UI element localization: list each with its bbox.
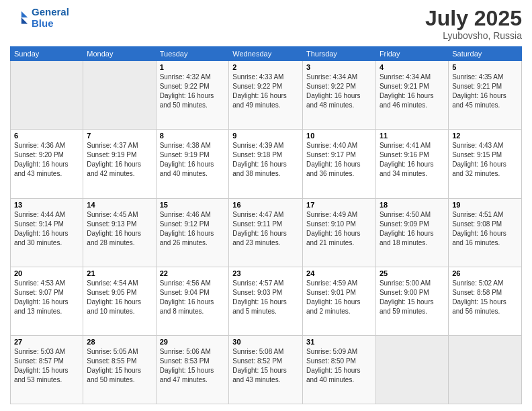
day-cell: 27 Sunrise: 5:03 AMSunset: 8:57 PMDaylig… xyxy=(11,335,83,404)
day-cell xyxy=(449,335,522,404)
day-cell: 8 Sunrise: 4:38 AMSunset: 9:19 PMDayligh… xyxy=(156,130,229,198)
day-detail: Sunrise: 4:49 AMSunset: 9:10 PMDaylight:… xyxy=(306,210,372,248)
title-block: July 2025 Lyubovsho, Russia xyxy=(425,7,522,41)
day-cell: 19 Sunrise: 4:51 AMSunset: 9:08 PMDaylig… xyxy=(449,198,522,267)
day-detail: Sunrise: 4:40 AMSunset: 9:17 PMDaylight:… xyxy=(306,141,372,179)
day-cell: 30 Sunrise: 5:08 AMSunset: 8:52 PMDaylig… xyxy=(229,335,303,404)
day-cell: 18 Sunrise: 4:50 AMSunset: 9:09 PMDaylig… xyxy=(375,198,448,267)
day-cell: 10 Sunrise: 4:40 AMSunset: 9:17 PMDaylig… xyxy=(303,130,376,198)
day-number: 22 xyxy=(160,269,226,277)
day-number: 23 xyxy=(232,269,299,277)
day-detail: Sunrise: 4:53 AMSunset: 9:07 PMDaylight:… xyxy=(14,279,79,316)
header-cell-friday: Friday xyxy=(375,47,448,61)
week-row-1: 1 Sunrise: 4:32 AMSunset: 9:22 PMDayligh… xyxy=(11,61,522,130)
header-cell-monday: Monday xyxy=(83,47,156,61)
day-number: 20 xyxy=(14,269,79,277)
day-cell: 20 Sunrise: 4:53 AMSunset: 9:07 PMDaylig… xyxy=(11,267,83,335)
day-number: 29 xyxy=(160,338,226,346)
day-detail: Sunrise: 4:50 AMSunset: 9:09 PMDaylight:… xyxy=(380,210,445,248)
day-cell xyxy=(11,61,83,130)
week-row-3: 13 Sunrise: 4:44 AMSunset: 9:14 PMDaylig… xyxy=(11,198,522,267)
day-cell xyxy=(375,335,448,404)
day-number: 21 xyxy=(87,269,152,277)
logo: General Blue xyxy=(10,7,69,29)
day-number: 16 xyxy=(232,201,299,209)
day-cell: 17 Sunrise: 4:49 AMSunset: 9:10 PMDaylig… xyxy=(303,198,376,267)
day-cell: 3 Sunrise: 4:34 AMSunset: 9:22 PMDayligh… xyxy=(303,61,376,130)
day-detail: Sunrise: 5:09 AMSunset: 8:50 PMDaylight:… xyxy=(306,347,372,385)
week-row-5: 27 Sunrise: 5:03 AMSunset: 8:57 PMDaylig… xyxy=(11,335,522,404)
day-detail: Sunrise: 5:03 AMSunset: 8:57 PMDaylight:… xyxy=(14,347,79,385)
day-number: 12 xyxy=(452,132,518,140)
page: General Blue July 2025 Lyubovsho, Russia… xyxy=(0,0,532,411)
day-number: 8 xyxy=(160,132,226,140)
day-cell: 26 Sunrise: 5:02 AMSunset: 8:58 PMDaylig… xyxy=(449,267,522,335)
day-number: 26 xyxy=(452,269,518,277)
day-detail: Sunrise: 4:34 AMSunset: 9:22 PMDaylight:… xyxy=(306,73,372,110)
day-cell: 24 Sunrise: 4:59 AMSunset: 9:01 PMDaylig… xyxy=(303,267,376,335)
day-number: 1 xyxy=(160,63,226,71)
day-number: 15 xyxy=(160,201,226,209)
day-number: 18 xyxy=(380,201,445,209)
day-detail: Sunrise: 4:39 AMSunset: 9:18 PMDaylight:… xyxy=(232,141,299,179)
day-number: 10 xyxy=(306,132,372,140)
day-number: 13 xyxy=(14,201,79,209)
day-cell: 23 Sunrise: 4:57 AMSunset: 9:03 PMDaylig… xyxy=(229,267,303,335)
day-number: 11 xyxy=(380,132,445,140)
day-number: 7 xyxy=(87,132,152,140)
day-cell: 29 Sunrise: 5:06 AMSunset: 8:53 PMDaylig… xyxy=(156,335,229,404)
day-detail: Sunrise: 4:47 AMSunset: 9:11 PMDaylight:… xyxy=(232,210,299,248)
header-cell-tuesday: Tuesday xyxy=(156,47,229,61)
day-cell: 12 Sunrise: 4:43 AMSunset: 9:15 PMDaylig… xyxy=(449,130,522,198)
day-cell: 5 Sunrise: 4:35 AMSunset: 9:21 PMDayligh… xyxy=(449,61,522,130)
header-cell-thursday: Thursday xyxy=(303,47,376,61)
day-detail: Sunrise: 5:02 AMSunset: 8:58 PMDaylight:… xyxy=(452,279,518,316)
day-number: 25 xyxy=(380,269,445,277)
day-number: 28 xyxy=(87,338,152,346)
day-number: 4 xyxy=(380,63,445,71)
day-number: 31 xyxy=(306,338,372,346)
day-detail: Sunrise: 4:34 AMSunset: 9:21 PMDaylight:… xyxy=(380,73,445,110)
day-number: 24 xyxy=(306,269,372,277)
day-number: 30 xyxy=(232,338,299,346)
day-cell: 25 Sunrise: 5:00 AMSunset: 9:00 PMDaylig… xyxy=(375,267,448,335)
day-cell: 7 Sunrise: 4:37 AMSunset: 9:19 PMDayligh… xyxy=(83,130,156,198)
day-detail: Sunrise: 5:08 AMSunset: 8:52 PMDaylight:… xyxy=(232,347,299,385)
day-detail: Sunrise: 4:35 AMSunset: 9:21 PMDaylight:… xyxy=(452,73,518,110)
day-detail: Sunrise: 5:06 AMSunset: 8:53 PMDaylight:… xyxy=(160,347,226,385)
svg-marker-1 xyxy=(21,17,28,24)
header-row: SundayMondayTuesdayWednesdayThursdayFrid… xyxy=(11,47,522,61)
day-cell: 31 Sunrise: 5:09 AMSunset: 8:50 PMDaylig… xyxy=(303,335,376,404)
day-number: 9 xyxy=(232,132,299,140)
day-detail: Sunrise: 4:51 AMSunset: 9:08 PMDaylight:… xyxy=(452,210,518,248)
svg-marker-0 xyxy=(21,11,28,17)
header: General Blue July 2025 Lyubovsho, Russia xyxy=(10,7,522,41)
day-detail: Sunrise: 5:05 AMSunset: 8:55 PMDaylight:… xyxy=(87,347,152,385)
day-detail: Sunrise: 4:44 AMSunset: 9:14 PMDaylight:… xyxy=(14,210,79,248)
day-cell: 4 Sunrise: 4:34 AMSunset: 9:21 PMDayligh… xyxy=(375,61,448,130)
day-number: 14 xyxy=(87,201,152,209)
header-cell-sunday: Sunday xyxy=(11,47,83,61)
day-cell: 15 Sunrise: 4:46 AMSunset: 9:12 PMDaylig… xyxy=(156,198,229,267)
day-cell xyxy=(83,61,156,130)
day-detail: Sunrise: 4:32 AMSunset: 9:22 PMDaylight:… xyxy=(160,73,226,110)
day-detail: Sunrise: 4:59 AMSunset: 9:01 PMDaylight:… xyxy=(306,279,372,316)
month-year: July 2025 xyxy=(425,7,522,30)
calendar-table: SundayMondayTuesdayWednesdayThursdayFrid… xyxy=(10,46,522,404)
logo-icon xyxy=(10,9,29,28)
day-number: 5 xyxy=(452,63,518,71)
day-number: 27 xyxy=(14,338,79,346)
day-cell: 13 Sunrise: 4:44 AMSunset: 9:14 PMDaylig… xyxy=(11,198,83,267)
header-cell-saturday: Saturday xyxy=(449,47,522,61)
day-detail: Sunrise: 4:54 AMSunset: 9:05 PMDaylight:… xyxy=(87,279,152,316)
day-detail: Sunrise: 4:36 AMSunset: 9:20 PMDaylight:… xyxy=(14,141,79,179)
location: Lyubovsho, Russia xyxy=(425,30,522,41)
day-detail: Sunrise: 4:43 AMSunset: 9:15 PMDaylight:… xyxy=(452,141,518,179)
day-cell: 22 Sunrise: 4:56 AMSunset: 9:04 PMDaylig… xyxy=(156,267,229,335)
day-detail: Sunrise: 4:38 AMSunset: 9:19 PMDaylight:… xyxy=(160,141,226,179)
day-number: 6 xyxy=(14,132,79,140)
day-detail: Sunrise: 4:57 AMSunset: 9:03 PMDaylight:… xyxy=(232,279,299,316)
day-cell: 16 Sunrise: 4:47 AMSunset: 9:11 PMDaylig… xyxy=(229,198,303,267)
day-detail: Sunrise: 5:00 AMSunset: 9:00 PMDaylight:… xyxy=(380,279,445,316)
day-detail: Sunrise: 4:45 AMSunset: 9:13 PMDaylight:… xyxy=(87,210,152,248)
